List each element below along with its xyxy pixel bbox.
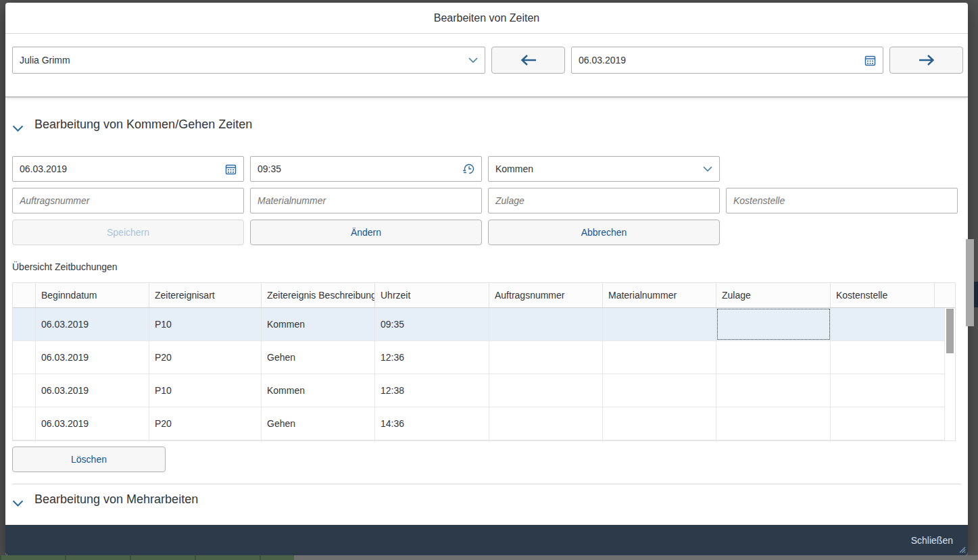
kostenstelle-field[interactable]	[726, 188, 958, 213]
clock-icon[interactable]	[462, 163, 474, 175]
cell-materialnummer[interactable]	[603, 341, 716, 374]
edit-times-dialog: Bearbeiten von Zeiten Julia Grimm	[5, 3, 968, 555]
cell-uhrzeit[interactable]: 14:36	[375, 407, 489, 440]
calendar-icon[interactable]	[225, 163, 237, 175]
event-type-select[interactable]: Kommen	[488, 156, 720, 182]
auftragsnummer-field[interactable]	[12, 188, 244, 213]
dialog-header: Bearbeiten von Zeiten	[5, 3, 968, 34]
cell-zulage[interactable]	[716, 341, 831, 374]
cell-materialnummer[interactable]	[603, 374, 716, 407]
materialnummer-field[interactable]	[250, 188, 482, 213]
materialnummer-input[interactable]	[258, 195, 474, 206]
column-header: Kostenstelle	[831, 283, 935, 307]
section-title: Bearbeitung von Kommen/Gehen Zeiten	[34, 118, 252, 132]
entry-date-field[interactable]	[12, 156, 244, 182]
cell-beschreibung[interactable]: Kommen	[262, 308, 375, 340]
calendar-icon[interactable]	[864, 55, 876, 66]
cell-auftragsnummer[interactable]	[489, 308, 603, 340]
cell-kostenstelle[interactable]	[831, 407, 946, 440]
zulage-field[interactable]	[488, 188, 720, 213]
column-header: Materialnummer	[603, 283, 716, 307]
auftragsnummer-input[interactable]	[20, 195, 237, 206]
row-selector-cell[interactable]	[13, 374, 36, 407]
cell-kostenstelle[interactable]	[831, 374, 946, 407]
cell-beginndatum[interactable]: 06.03.2019	[36, 341, 149, 374]
chevron-down-icon[interactable]	[12, 500, 24, 507]
kostenstelle-input[interactable]	[733, 195, 950, 206]
dialog-footer: Schließen	[5, 525, 968, 555]
cell-uhrzeit[interactable]: 09:35	[375, 308, 489, 340]
employee-select-value: Julia Grimm	[20, 55, 70, 66]
table-header-row: Beginndatum Zeitereignisart Zeitereignis…	[13, 283, 955, 308]
background-strip-gray	[294, 555, 978, 560]
form-actions: Speichern Ändern Abbrechen	[12, 220, 961, 245]
cell-uhrzeit[interactable]: 12:36	[375, 341, 489, 374]
table-row[interactable]: 06.03.2019 P10 Kommen 09:35	[13, 308, 955, 341]
table-body: 06.03.2019 P10 Kommen 09:35 06.03.2019 P…	[13, 308, 955, 440]
close-button[interactable]: Schließen	[911, 535, 953, 546]
background-strip-green	[0, 555, 294, 560]
zulage-input[interactable]	[495, 195, 712, 206]
save-button[interactable]: Speichern	[12, 220, 244, 245]
column-header: Auftragsnummer	[489, 283, 603, 307]
cell-beschreibung[interactable]: Gehen	[262, 407, 375, 440]
employee-select[interactable]: Julia Grimm	[12, 47, 485, 74]
scrollbar-column-header	[935, 283, 946, 307]
toolbar-date-field[interactable]	[571, 47, 883, 74]
arrow-left-icon	[520, 54, 537, 66]
delete-button[interactable]: Löschen	[12, 447, 166, 472]
section-mehrarbeiten-header[interactable]: Bearbeitung von Mehrarbeiten	[12, 492, 961, 507]
table-row[interactable]: 06.03.2019 P10 Kommen 12:38	[13, 374, 955, 407]
page-scrollbar-thumb[interactable]	[966, 239, 974, 326]
change-button[interactable]: Ändern	[250, 220, 482, 245]
cell-zeitereignisart[interactable]: P10	[149, 374, 262, 407]
section-kommen-gehen-header[interactable]: Bearbeitung von Kommen/Gehen Zeiten	[12, 118, 961, 132]
toolbar-date-input[interactable]	[579, 55, 864, 66]
chevron-down-icon	[703, 166, 712, 172]
chevron-down-icon[interactable]	[12, 125, 24, 132]
cell-beginndatum[interactable]: 06.03.2019	[36, 374, 149, 407]
event-type-value: Kommen	[495, 163, 533, 174]
cell-beginndatum[interactable]: 06.03.2019	[36, 407, 149, 440]
cell-materialnummer[interactable]	[603, 308, 716, 340]
cell-zulage[interactable]	[716, 374, 831, 407]
column-header: Zeitereignisart	[149, 283, 262, 307]
cell-auftragsnummer[interactable]	[489, 374, 603, 407]
entry-date-input[interactable]	[20, 163, 221, 174]
row-selector-cell[interactable]	[13, 341, 36, 374]
cell-zeitereignisart[interactable]: P20	[149, 341, 262, 374]
entry-time-input[interactable]	[258, 163, 458, 174]
cell-kostenstelle[interactable]	[831, 308, 946, 340]
cell-zeitereignisart[interactable]: P20	[149, 407, 262, 440]
resize-grip-icon[interactable]	[958, 546, 966, 553]
cell-kostenstelle[interactable]	[831, 341, 946, 374]
cell-auftragsnummer[interactable]	[489, 407, 603, 440]
cell-zeitereignisart[interactable]: P10	[149, 308, 262, 340]
page-title: Bearbeiten von Zeiten	[434, 12, 540, 24]
background-accent	[974, 282, 978, 307]
column-header: Zulage	[716, 283, 831, 307]
time-bookings-table: Beginndatum Zeitereignisart Zeitereignis…	[12, 282, 956, 441]
cell-uhrzeit[interactable]: 12:38	[375, 374, 489, 407]
cell-auftragsnummer[interactable]	[489, 341, 603, 374]
selection-column-header	[13, 283, 36, 307]
cell-zulage-focused[interactable]	[716, 308, 831, 340]
dialog-toolbar: Julia Grimm	[5, 34, 968, 97]
next-day-button[interactable]	[889, 47, 963, 74]
cancel-button[interactable]: Abbrechen	[488, 220, 720, 245]
row-selector-cell[interactable]	[13, 308, 36, 340]
cell-materialnummer[interactable]	[603, 407, 716, 440]
table-row[interactable]: 06.03.2019 P20 Gehen 14:36	[13, 407, 955, 440]
cell-beginndatum[interactable]: 06.03.2019	[36, 308, 149, 340]
cell-beschreibung[interactable]: Gehen	[262, 341, 375, 374]
row-selector-cell[interactable]	[13, 407, 36, 440]
table-row[interactable]: 06.03.2019 P20 Gehen 12:36	[13, 341, 955, 374]
table-scrollbar[interactable]	[944, 308, 955, 440]
table-scrollbar-thumb[interactable]	[946, 309, 954, 353]
cell-beschreibung[interactable]: Kommen	[262, 374, 375, 407]
arrow-right-icon	[918, 54, 935, 66]
entry-time-field[interactable]	[250, 156, 482, 182]
table-caption: Übersicht Zeitbuchungen	[12, 261, 961, 272]
cell-zulage[interactable]	[716, 407, 831, 440]
previous-day-button[interactable]	[491, 47, 565, 74]
